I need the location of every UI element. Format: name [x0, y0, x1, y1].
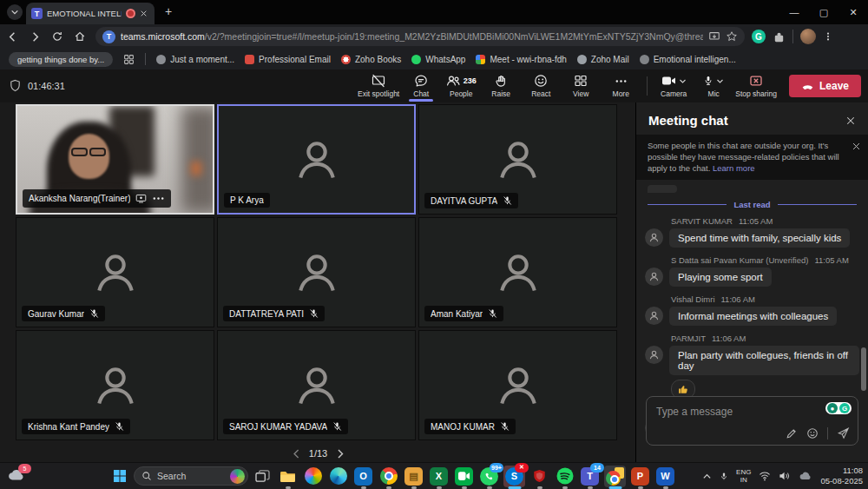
timer-value: 01:46:31 [28, 81, 65, 91]
taskbar-clock[interactable]: 11:0805-08-2025 [820, 466, 863, 486]
bookmark-gray-circle[interactable]: Emotional intelligen... [640, 55, 736, 64]
apps-grid-icon[interactable] [123, 54, 135, 65]
grammarly-assistant-icon[interactable]: ●G [825, 402, 852, 414]
format-icon[interactable] [786, 427, 798, 439]
bookmark-meet[interactable]: Meet - wwi-rbna-fdh [476, 55, 566, 64]
tab-search-button[interactable] [7, 4, 23, 20]
taskbar-word-icon[interactable]: W [654, 466, 676, 487]
control-exit-spotlight-button[interactable]: Exit spotlight [356, 70, 401, 102]
learn-more-link[interactable]: Learn more [713, 163, 755, 173]
taskbar-chrome-icon[interactable] [378, 466, 399, 487]
forward-button[interactable] [24, 26, 45, 47]
message-compose-box[interactable]: Type a message ●G [646, 396, 858, 446]
wifi-icon[interactable] [759, 471, 771, 481]
video-tile[interactable]: Krishna Kant Pandey [16, 330, 214, 440]
window-minimize-button[interactable]: — [779, 7, 809, 17]
bookmark-globe-gray[interactable]: Just a moment... [156, 55, 234, 64]
video-tile[interactable]: DAYITVA GUPTA [418, 104, 617, 215]
battery-cloud-icon[interactable] [799, 471, 812, 481]
taskbar-outlook-icon[interactable]: O [352, 466, 374, 487]
bookmark-star-icon[interactable] [726, 30, 738, 43]
control-view-button[interactable]: View [561, 70, 601, 102]
taskbar-taskview-icon[interactable] [252, 466, 273, 487]
message-bubble[interactable]: Spend time with family, specially kids [669, 228, 850, 248]
video-tile[interactable]: Akanksha Narang(Trainer) [16, 104, 214, 215]
home-button[interactable] [69, 26, 90, 47]
send-icon[interactable] [837, 426, 850, 439]
bookmark-zoho-mail[interactable]: Zoho Mail [577, 55, 629, 64]
control-stop-sharing-button[interactable]: Stop sharing [733, 70, 779, 102]
tray-mic-icon[interactable] [720, 471, 728, 482]
search-daily-image[interactable] [230, 469, 245, 484]
notice-close-icon[interactable] [852, 142, 861, 151]
compose-placeholder: Type a message [656, 406, 733, 418]
bookmark-mail-red[interactable]: Professional Email [245, 55, 331, 64]
volume-icon[interactable] [779, 471, 791, 481]
control-mic-button[interactable]: Mic [694, 70, 733, 102]
running-indicator [286, 486, 291, 489]
chat-scrollbar[interactable] [861, 347, 866, 391]
taskbar-notes-icon[interactable]: ▤ [403, 466, 424, 487]
video-tile[interactable]: SAROJ KUMAR YADAVA [217, 330, 416, 440]
reload-button[interactable] [47, 26, 68, 47]
control-camera-button[interactable]: Camera [654, 70, 694, 102]
recording-indicator-icon [126, 9, 135, 18]
message-bubble[interactable]: Plan party with collegues, friends in of… [669, 346, 859, 375]
grammarly-extension-icon[interactable]: G [752, 30, 766, 43]
bookmark-zoho-books[interactable]: Zoho Books [341, 55, 401, 64]
window-controls: — ▢ ✕ [779, 0, 868, 24]
window-close-button[interactable]: ✕ [838, 7, 868, 18]
page-previous-icon[interactable] [293, 449, 300, 459]
taskbar-copilot-icon[interactable] [302, 466, 324, 487]
taskbar-whatsapp-icon[interactable]: 99+ [478, 466, 500, 487]
taskbar-start-icon[interactable] [108, 466, 130, 487]
browser-tab[interactable]: T EMOTIONAL INTELLIGENCE [26, 3, 155, 24]
tab-close-icon[interactable] [140, 10, 148, 17]
taskbar-teams-icon[interactable]: T14 [579, 466, 601, 487]
bookmark-whatsapp[interactable]: WhatsApp [411, 55, 465, 64]
leave-button[interactable]: Leave [789, 75, 861, 97]
taskbar-search[interactable]: Search [134, 466, 248, 486]
browser-profile-avatar[interactable] [800, 29, 816, 44]
new-tab-button[interactable]: + [161, 4, 176, 18]
taskbar-spotify-icon[interactable] [554, 466, 575, 487]
video-tile[interactable]: DATTATREYA PATI [217, 217, 416, 327]
save-to-device-icon[interactable] [708, 30, 720, 43]
taskbar-skype-icon[interactable]: S✕ [503, 466, 525, 487]
tile-more-icon[interactable] [152, 192, 165, 205]
browser-menu-icon[interactable] [823, 30, 833, 43]
back-button[interactable] [2, 26, 23, 47]
video-tile[interactable]: P K Arya [217, 104, 416, 215]
url-bar[interactable]: T teams.microsoft.com/v2/?meetingjoin=tr… [95, 27, 745, 46]
window-maximize-button[interactable]: ▢ [809, 7, 838, 18]
control-raise-button[interactable]: Raise [481, 70, 521, 102]
message-bubble[interactable]: Playing some sport [669, 268, 772, 287]
hidden-icons-chevron[interactable] [702, 472, 712, 481]
taskbar-meet-icon[interactable] [453, 466, 475, 487]
mic-muted-icon [115, 421, 124, 432]
control-more-button[interactable]: More [601, 70, 641, 102]
taskbar-mcafee-icon[interactable] [529, 466, 550, 487]
taskbar-chrome-docs-icon[interactable] [604, 466, 626, 487]
control-chat-button[interactable]: Chat [401, 70, 441, 102]
extensions-puzzle-icon[interactable] [773, 30, 786, 43]
widgets-weather-icon[interactable]: 5 [7, 466, 30, 486]
chat-close-icon[interactable] [845, 116, 856, 126]
video-tile[interactable]: Gaurav Kumar [16, 217, 214, 327]
video-tile[interactable]: Aman Katiyar [418, 217, 617, 327]
emoji-icon[interactable] [806, 427, 819, 439]
video-tile[interactable]: MANOJ KUMAR [418, 330, 617, 440]
taskbar-powerpoint-icon[interactable]: P [629, 466, 651, 487]
chevron-down-icon[interactable] [679, 77, 687, 85]
chevron-down-icon[interactable] [716, 77, 724, 85]
control-react-button[interactable]: React [521, 70, 561, 102]
control-people-button[interactable]: 236People [441, 70, 481, 102]
bookmark-label: Zoho Mail [591, 55, 629, 64]
bookmark-group-chip[interactable]: getting things done by... [9, 52, 113, 67]
message-bubble[interactable]: Informal meetings with colleagues [669, 307, 837, 326]
taskbar-excel-icon[interactable]: X [428, 466, 450, 487]
page-next-icon[interactable] [336, 449, 344, 459]
taskbar-explorer-icon[interactable] [277, 466, 299, 487]
taskbar-edge-icon[interactable] [327, 466, 349, 487]
language-indicator[interactable]: ENGIN [736, 468, 751, 484]
